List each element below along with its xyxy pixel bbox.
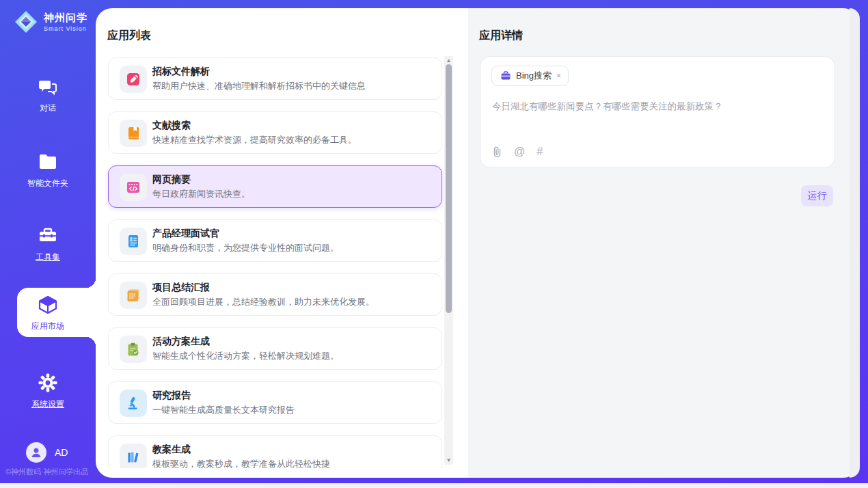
app-card-literature-search[interactable]: 文献搜索 快速精准查找学术资源，提高研究效率的必备工具。 [108,111,442,154]
sidebar-item-app-market[interactable]: 应用市场 [0,295,96,332]
app-card-desc: 每日政府新闻资讯快查。 [152,188,250,200]
app-card-title: 产品经理面试官 [152,228,219,240]
app-card-title: 网页摘要 [152,174,191,186]
paperclip-icon[interactable] [492,146,502,158]
tool-chip-label: Bing搜索 [516,70,552,82]
run-button[interactable]: 运行 [801,185,833,206]
app-card-desc: 一键智能生成高质量长文本研究报告 [152,404,295,416]
books-icon [120,444,147,468]
sidebar-item-settings[interactable]: 系统设置 [0,372,96,410]
resume-person-icon [120,228,147,255]
app-card-desc: 快速精准查找学术资源，提高研究效率的必备工具。 [152,134,357,146]
hash-icon[interactable]: # [537,146,543,158]
clipboard-check-icon [120,336,147,363]
app-card-title: 研究报告 [152,390,191,402]
sidebar-item-label: 应用市场 [31,321,64,331]
at-icon[interactable]: @ [514,146,525,158]
app-card-bid-document-analysis[interactable]: 招标文件解析 帮助用户快速、准确地理解和解析招标书中的关键信息 [108,57,442,100]
scroll-down-icon[interactable]: ▼ [444,457,453,463]
prompt-input[interactable]: 今日湖北有哪些新闻要点？有哪些需要关注的最新政策？ [492,100,820,113]
scrollbar-thumb[interactable] [446,64,452,313]
sidebar-item-toolset[interactable]: 工具集 [0,226,96,263]
brand-logo: 神州问学 Smart Vision [14,10,87,34]
app-card-pm-interviewer[interactable]: 产品经理面试官 明确身份和职责，为您提供专业性的面试问题。 [108,219,442,262]
folder-icon [38,152,58,172]
app-card-desc: 模板驱动，教案秒成，教学准备从此轻松快捷 [152,458,330,468]
app-card-title: 招标文件解析 [152,66,210,78]
app-card-lesson-plan[interactable]: 教案生成 模板驱动，教案秒成，教学准备从此轻松快捷 [108,435,442,468]
app-frame: 神州问学 Smart Vision 对话 智能文件夹 [0,0,868,488]
app-card-desc: 智能生成个性化活动方案，轻松解决规划难题。 [152,350,339,362]
sidebar-item-label: 系统设置 [31,399,64,409]
app-card-title: 活动方案生成 [152,336,210,348]
sidebar-item-smart-folder[interactable]: 智能文件夹 [0,152,96,189]
scroll-up-icon[interactable]: ▲ [444,57,453,64]
document-edit-icon [120,66,147,93]
app-card-desc: 全面回顾项目进展，总结经验教训，助力未来优化发展。 [152,296,375,308]
microscope-icon [120,390,147,417]
sidebar-item-label: 工具集 [36,252,60,262]
app-card-desc: 帮助用户快速、准确地理解和解析招标书中的关键信息 [152,80,366,92]
app-card-web-summary[interactable]: 网页摘要 每日政府新闻资讯快查。 [108,165,442,208]
gear-icon [38,372,58,393]
tool-chip-bing-search[interactable]: Bing搜索 × [491,66,569,86]
brand-name: 神州问学 [44,12,87,25]
app-card-event-plan[interactable]: 活动方案生成 智能生成个性化活动方案，轻松解决规划难题。 [108,327,442,370]
app-list-title: 应用列表 [107,29,151,43]
list-scrollbar[interactable]: ▲ ▼ [444,56,453,465]
brand-tagline: Smart Vision [44,25,87,32]
sidebar-item-label: 对话 [40,103,56,113]
prompt-toolbar: @ # [492,146,543,158]
chip-close-icon[interactable]: × [556,71,561,81]
bottom-strip [0,483,868,488]
avatar [26,442,46,463]
briefcase-icon [500,70,511,81]
app-card-desc: 明确身份和职责，为您提供专业性的面试问题。 [152,242,339,254]
browser-code-icon [120,174,147,201]
chat-icon [38,77,58,97]
cube-icon [38,295,58,315]
app-card-title: 教案生成 [152,444,191,456]
prompt-card: Bing搜索 × 今日湖北有哪些新闻要点？有哪些需要关注的最新政策？ @ # [480,56,835,168]
toolbox-icon [38,226,58,246]
app-card-project-summary[interactable]: 项目总结汇报 全面回顾项目进展，总结经验教训，助力未来优化发展。 [108,273,442,316]
app-cards: 招标文件解析 帮助用户快速、准确地理解和解析招标书中的关键信息 文献搜索 快速精… [108,57,442,468]
diamond-logo-icon [14,10,38,34]
app-list-panel: 应用列表 招标文件解析 帮助用户快速、准确地理解和解析招标书中的关键信息 [96,8,468,478]
user-initials: AD [55,447,68,458]
copyright-text: ©神州数码·神州问学出品 [5,467,96,477]
app-card-title: 项目总结汇报 [152,282,210,294]
app-card-research-report[interactable]: 研究报告 一键智能生成高质量长文本研究报告 [108,381,442,424]
sidebar-item-chat[interactable]: 对话 [0,77,96,114]
sidebar-item-label: 智能文件夹 [27,178,68,188]
detail-scroll-gutter[interactable] [850,8,860,478]
sidebar: 神州问学 Smart Vision 对话 智能文件夹 [0,0,96,483]
book-icon [120,120,147,147]
app-card-title: 文献搜索 [152,120,191,132]
notepad-icon [120,282,147,309]
user-account[interactable]: AD [26,442,68,463]
app-detail-title: 应用详情 [479,29,523,43]
app-detail-panel: 应用详情 Bing搜索 × 今日湖北有哪些新闻要点？有哪些需要关注的最新政策？ [468,8,860,478]
